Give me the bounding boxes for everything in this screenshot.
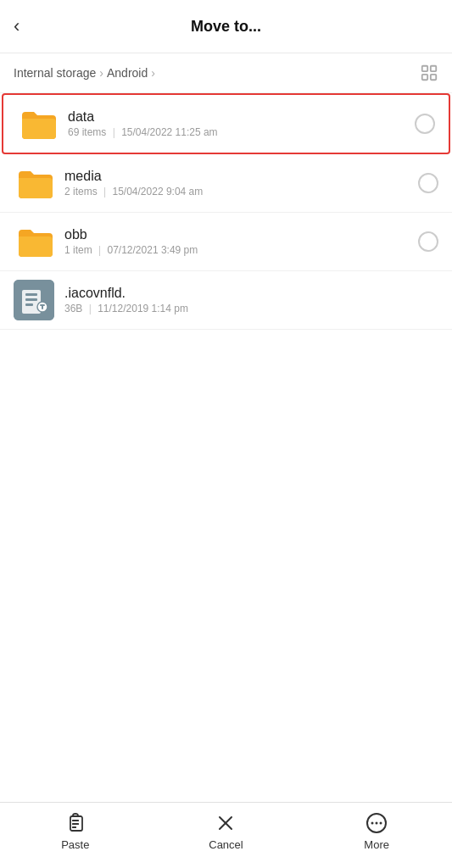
file-item-media[interactable]: media 2 items | 15/04/2022 9:04 am: [0, 154, 452, 213]
file-info-obb: obb 1 item | 07/12/2021 3:49 pm: [64, 227, 411, 256]
file-info-data: data 69 items | 15/04/2022 11:25 am: [68, 109, 408, 138]
file-name-media: media: [64, 169, 411, 184]
file-count-obb: 1 item: [64, 244, 92, 256]
breadcrumb-internal-storage[interactable]: Internal storage: [14, 66, 96, 80]
file-meta-media: 2 items | 15/04/2022 9:04 am: [64, 186, 411, 198]
breadcrumb-sep-2: ›: [151, 66, 155, 80]
file-list: data 69 items | 15/04/2022 11:25 am medi…: [0, 93, 452, 802]
svg-rect-14: [72, 820, 79, 821]
svg-rect-6: [25, 293, 37, 296]
svg-rect-3: [431, 75, 436, 80]
svg-rect-16: [72, 826, 76, 828]
paste-label: Paste: [61, 838, 89, 851]
file-info-iacovnfld: .iacovnfld. 36B | 11/12/2019 1:14 pm: [64, 286, 438, 314]
more-button[interactable]: More: [343, 811, 410, 851]
page-title: Move to...: [191, 18, 261, 36]
folder-icon-data: [17, 103, 58, 144]
folder-icon-obb: [14, 221, 54, 262]
file-name-obb: obb: [64, 227, 411, 242]
cancel-label: Cancel: [209, 838, 243, 851]
file-meta-obb: 1 item | 07/12/2021 3:49 pm: [64, 244, 411, 256]
svg-rect-2: [422, 75, 427, 80]
svg-rect-0: [422, 66, 427, 71]
paste-button[interactable]: Paste: [42, 811, 109, 851]
file-date-iacovnfld: 11/12/2019 1:14 pm: [98, 303, 188, 314]
svg-point-21: [376, 822, 378, 825]
file-item-data[interactable]: data 69 items | 15/04/2022 11:25 am: [2, 93, 450, 154]
file-meta-iacovnfld: 36B | 11/12/2019 1:14 pm: [64, 303, 438, 314]
header: ‹ Move to...: [0, 0, 452, 53]
bottom-toolbar: Paste Cancel More: [0, 802, 452, 868]
file-meta-data: 69 items | 15/04/2022 11:25 am: [68, 126, 408, 138]
special-icon-iacovnfld: [14, 280, 54, 320]
file-count-data: 69 items: [68, 126, 106, 138]
file-size-iacovnfld: 36B: [64, 303, 82, 314]
folder-icon-media: [14, 163, 54, 203]
breadcrumb-android[interactable]: Android: [107, 66, 148, 80]
paste-icon: [64, 811, 87, 835]
file-item-iacovnfld[interactable]: .iacovnfld. 36B | 11/12/2019 1:14 pm: [0, 271, 452, 330]
svg-rect-8: [25, 303, 33, 306]
file-date-media: 15/04/2022 9:04 am: [113, 186, 204, 198]
cancel-button[interactable]: Cancel: [192, 811, 259, 851]
svg-rect-12: [40, 304, 45, 306]
file-item-obb[interactable]: obb 1 item | 07/12/2021 3:49 pm: [0, 213, 452, 271]
more-icon: [365, 811, 388, 835]
file-name-data: data: [68, 109, 408, 125]
svg-rect-1: [431, 66, 436, 71]
svg-rect-15: [72, 823, 79, 825]
svg-rect-7: [25, 298, 37, 301]
breadcrumb: Internal storage › Android ›: [0, 53, 452, 93]
file-count-media: 2 items: [64, 186, 98, 198]
file-radio-media[interactable]: [418, 173, 438, 193]
svg-point-22: [380, 822, 382, 825]
grid-view-button[interactable]: [420, 64, 438, 82]
file-radio-obb[interactable]: [418, 231, 438, 252]
cancel-icon: [214, 811, 237, 835]
file-date-data: 15/04/2022 11:25 am: [121, 126, 217, 138]
file-name-iacovnfld: .iacovnfld.: [64, 286, 438, 301]
svg-point-20: [371, 822, 374, 825]
file-date-obb: 07/12/2021 3:49 pm: [108, 244, 198, 256]
breadcrumb-sep-1: ›: [99, 66, 103, 80]
back-button[interactable]: ‹: [14, 12, 26, 41]
file-info-media: media 2 items | 15/04/2022 9:04 am: [64, 169, 411, 198]
more-label: More: [364, 838, 389, 851]
file-radio-data[interactable]: [415, 114, 435, 134]
